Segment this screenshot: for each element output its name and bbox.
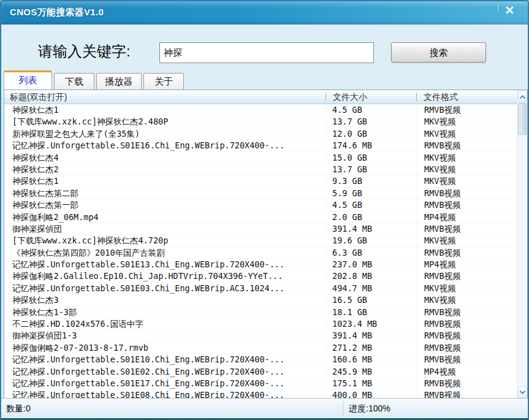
table-row[interactable]: 记忆神探.Unforgettable.S01E08.Chi_Eng.WEBrip… (4, 389, 517, 399)
cell-spacer (504, 235, 517, 246)
table-row[interactable]: 记忆神探.Unforgettable.S01E10.Chi_Eng.WEBrip… (4, 354, 517, 365)
cell-title: 新神探联盟之包大人来了(全35集) (4, 128, 325, 139)
table-row[interactable]: 神探狄仁杰19.3 GBMKV视频 (4, 175, 517, 187)
cell-format: MKV视频 (416, 175, 504, 186)
cell-title: 神探狄仁杰第二部 (4, 188, 325, 199)
cell-format: MKV视频 (416, 294, 504, 305)
cell-format: RMVB视频 (416, 389, 504, 399)
cell-spacer (504, 389, 517, 399)
table-row[interactable]: [下载库www.xzk.cc]神探狄仁杰2.480P13.7 GBMKV视频 (4, 116, 517, 128)
table-row[interactable]: 神探伽俐略2-07-2013-8-17.rmvb271.2 MBRMVB视频 (4, 342, 517, 354)
cell-size: 6.3 GB (325, 247, 416, 258)
cell-size: 4.5 GB (325, 199, 416, 210)
cell-title: 神探伽利略2.Galileo.Ep10.Chi_Jap.HDTVrip.704X… (4, 270, 325, 281)
cell-title: 记忆神探.Unforgettable.S01E13.Chi_Eng.WEBrip… (4, 259, 325, 270)
table-row[interactable]: 《神探狄仁杰第四部》2010年国产古装剧6.3 GBRMVB视频 (4, 247, 517, 259)
cell-format: RMVB视频 (416, 354, 504, 365)
cell-spacer (504, 140, 517, 151)
table-row[interactable]: 记忆神探.Unforgettable.S01E03.Chi_Eng.WEBrip… (4, 283, 517, 294)
table-row[interactable]: 记忆神探.Unforgettable.S01E17.Chi_Eng.WEBrip… (4, 378, 517, 389)
table-row[interactable]: 神探狄仁杰第二部5.9 GBRMVB视频 (4, 188, 517, 199)
cell-spacer (504, 223, 517, 234)
cell-spacer (504, 378, 517, 389)
table-row[interactable]: 神探伽利略2_06M.mp42.0 GBMP4视频 (4, 212, 517, 223)
cell-title: 神探伽俐略2-07-2013-8-17.rmvb (4, 342, 325, 353)
cell-format: RMVB视频 (416, 270, 504, 281)
cell-title: 神探伽利略2_06M.mp4 (4, 212, 325, 223)
status-divider (343, 401, 343, 416)
tab-player[interactable]: 播放器 (96, 73, 142, 90)
cell-size: 15.0 GB (325, 152, 416, 163)
table-row[interactable]: 神探狄仁杰415.0 GBMKV视频 (4, 152, 517, 164)
cell-size: 245.9 MB (325, 366, 416, 377)
cell-size: 271.2 MB (325, 342, 416, 353)
table-row[interactable]: 御神楽探偵団1-3391.4 MBRMVB视频 (4, 330, 517, 342)
tab-download[interactable]: 下载 (54, 73, 94, 90)
search-input[interactable] (159, 42, 374, 63)
cell-format: MP4视频 (416, 366, 504, 377)
table-row[interactable]: 神探狄仁杰213.7 GBMKV视频 (4, 164, 517, 175)
status-bar: 数量:0 进度:100% (1, 398, 528, 418)
cell-spacer (504, 270, 517, 281)
cell-title: 记忆神探.Unforgettable.S01E02.Chi_Eng.WEBrip… (4, 366, 325, 377)
status-count: 数量:0 (6, 403, 31, 414)
close-button[interactable] (502, 3, 517, 17)
title-bar[interactable]: CNOS万能搜索器V1.0 (1, 1, 528, 25)
cell-format: MKV视频 (416, 164, 504, 175)
cell-size: 2.0 GB (325, 212, 416, 223)
table-row[interactable]: 神探狄仁杰14.5 GBRMVB视频 (4, 104, 517, 116)
cell-size: 1023.4 MB (325, 318, 416, 329)
table-row[interactable]: 不二神探.HD.1024x576.国语中字1023.4 MBRMVB视频 (4, 318, 517, 330)
search-button[interactable]: 搜索 (391, 42, 486, 63)
scroll-up-button[interactable] (518, 91, 527, 102)
table-row[interactable]: 记忆神探.Unforgettable.S01E13.Chi_Eng.WEBrip… (4, 259, 517, 270)
tab-list[interactable]: 列表 (4, 71, 52, 90)
table-row[interactable]: 记忆神探.Unforgettable.S01E02.Chi_Eng.WEBrip… (4, 366, 517, 378)
column-header-format[interactable]: 文件格式 (416, 90, 504, 104)
cell-size: 391.4 MB (325, 223, 416, 234)
cell-spacer (504, 247, 517, 258)
table-header[interactable]: 标题(双击打开) 文件大小 文件格式 (4, 90, 527, 104)
table-row[interactable]: 记忆神探.Unforgettable.S01E16.Chi_Eng.WEBrip… (4, 140, 517, 151)
cell-size: 4.5 GB (325, 104, 416, 115)
cell-format: RMVB视频 (416, 140, 504, 151)
cell-format: RMVB视频 (416, 342, 504, 353)
scrollbar-thumb[interactable] (518, 103, 527, 135)
cell-spacer (504, 307, 517, 318)
cell-format: RMVB视频 (416, 247, 504, 258)
table-body: 神探狄仁杰14.5 GBRMVB视频[下载库www.xzk.cc]神探狄仁杰2.… (4, 104, 517, 399)
column-header-size[interactable]: 文件大小 (325, 90, 416, 104)
tab-about[interactable]: 关于 (143, 73, 184, 90)
vertical-scrollbar[interactable] (517, 90, 527, 399)
table-row[interactable]: 神探狄仁杰第一部4.5 GBRMVB视频 (4, 199, 517, 211)
cell-size: 9.3 GB (325, 175, 416, 186)
cell-format: MKV视频 (416, 128, 504, 139)
cell-format: MP4视频 (416, 259, 504, 270)
cell-size: 160.6 MB (325, 354, 416, 365)
cell-size: 237.0 MB (325, 259, 416, 270)
cell-format: RMVB视频 (416, 330, 504, 341)
cell-title: 神探狄仁杰3 (4, 294, 325, 305)
scroll-down-button[interactable] (518, 386, 527, 398)
cell-format: RMVB视频 (416, 104, 504, 115)
table-row[interactable]: 神探伽利略2.Galileo.Ep10.Chi_Jap.HDTVrip.704X… (4, 270, 517, 282)
cell-spacer (504, 116, 517, 127)
cell-title: 御神楽探偵団 (4, 223, 325, 234)
table-row[interactable]: [下载库www.xzk.cc]神探狄仁杰4.720p19.6 GBMKV视频 (4, 235, 517, 246)
tab-bar: 列表 下载 播放器 关于 (4, 71, 186, 90)
cell-spacer (504, 366, 517, 377)
table-row[interactable]: 神探狄仁杰1-3部18.1 GBRMVB视频 (4, 307, 517, 318)
cell-title: [下载库www.xzk.cc]神探狄仁杰2.480P (4, 116, 325, 127)
cell-size: 494.7 MB (325, 283, 416, 294)
table-row[interactable]: 新神探联盟之包大人来了(全35集)12.0 GBMKV视频 (4, 128, 517, 140)
column-header-title[interactable]: 标题(双击打开) (4, 90, 325, 104)
cell-spacer (504, 330, 517, 341)
cell-size: 400.0 MB (325, 389, 416, 399)
close-icon (506, 6, 514, 14)
table-row[interactable]: 神探狄仁杰316.5 GBMKV视频 (4, 294, 517, 306)
table-row[interactable]: 御神楽探偵団391.4 MBRMVB视频 (4, 223, 517, 235)
cell-spacer (504, 342, 517, 353)
cell-format: RMVB视频 (416, 318, 504, 329)
cell-title: 《神探狄仁杰第四部》2010年国产古装剧 (4, 247, 325, 258)
cell-title: 神探狄仁杰第一部 (4, 199, 325, 210)
